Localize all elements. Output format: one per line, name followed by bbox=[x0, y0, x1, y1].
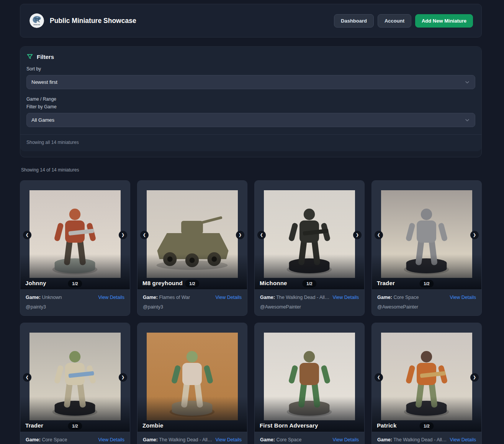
miniature-image-area: ❮ ❯ Johnny 1/2 bbox=[20, 181, 130, 289]
view-details-link[interactable]: View Details bbox=[98, 295, 124, 300]
view-details-link[interactable]: View Details bbox=[215, 295, 242, 300]
next-image-button[interactable]: ❯ bbox=[119, 231, 127, 239]
miniature-title: Trader bbox=[25, 422, 43, 429]
prev-image-button[interactable]: ❮ bbox=[257, 231, 266, 239]
game-value: Core Space bbox=[276, 437, 301, 442]
results-count: Showing 14 of 14 miniatures bbox=[21, 167, 482, 173]
filter-by-game-label: Filter by Game bbox=[26, 104, 475, 109]
miniature-image-area: ❮ ❯ First Born Adversary bbox=[255, 323, 364, 432]
logo-text: MINIATURE bbox=[33, 24, 40, 26]
painter-username: @AwesomePainter bbox=[377, 304, 476, 310]
filters-summary: Showing all 14 miniatures bbox=[26, 140, 475, 145]
miniature-title: Patrick bbox=[377, 422, 396, 429]
game-info: Game: The Walking Dead - All Out War bbox=[377, 437, 447, 442]
miniature-title: M8 greyhound bbox=[142, 280, 183, 286]
card-footer: Game: Core Space View Details @painty3 bbox=[20, 432, 130, 444]
sort-select-value: Newest first bbox=[31, 79, 57, 85]
image-page-badge: 1/2 bbox=[302, 280, 316, 287]
game-label: Game: bbox=[377, 295, 392, 300]
game-label: Game: bbox=[143, 295, 158, 300]
game-label: Game: bbox=[26, 437, 41, 442]
sort-by-label: Sort by bbox=[26, 66, 475, 72]
game-value: Core Space bbox=[42, 437, 67, 442]
game-value: Unknown bbox=[42, 295, 62, 300]
miniature-title: Zombie bbox=[142, 422, 164, 429]
card-footer: Game: The Walking Dead - All Out War Vie… bbox=[255, 289, 364, 315]
painter-username: @painty3 bbox=[26, 304, 124, 310]
miniature-title: First Born Adversary bbox=[260, 422, 318, 429]
prev-image-button[interactable]: ❮ bbox=[375, 373, 383, 382]
game-label: Game: bbox=[260, 295, 275, 300]
prev-image-button[interactable]: ❮ bbox=[140, 231, 149, 239]
game-info: Game: Core Space bbox=[26, 437, 67, 442]
sort-select[interactable]: Newest first bbox=[26, 75, 475, 89]
image-page-badge: 1/2 bbox=[185, 280, 199, 287]
card-footer: Game: The Walking Dead - All Out War Vie… bbox=[372, 432, 481, 444]
prev-image-button[interactable]: ❮ bbox=[23, 373, 31, 382]
page-title: Public Miniature Showcase bbox=[50, 17, 136, 25]
image-page-badge: 1/2 bbox=[68, 280, 82, 287]
next-image-button[interactable]: ❯ bbox=[353, 231, 362, 239]
miniature-card: ❮ ❯ Johnny 1/2 Game: Unknown View Detail… bbox=[20, 180, 130, 316]
card-footer: Game: Flames of War View Details @painty… bbox=[137, 289, 247, 315]
game-info: Game: Core Space bbox=[377, 295, 419, 300]
game-label: Game: bbox=[260, 437, 275, 442]
filters-title: Filters bbox=[37, 54, 54, 60]
filter-funnel-icon bbox=[26, 53, 33, 60]
filters-section: Filters Sort by Newest first Game / Rang… bbox=[20, 46, 482, 157]
card-footer: Game: Core Space View Details @AwesomePa… bbox=[372, 289, 481, 315]
filters-header: Filters bbox=[26, 53, 475, 60]
game-info: Game: Core Space bbox=[260, 437, 301, 442]
dashboard-button[interactable]: Dashboard bbox=[334, 14, 374, 28]
image-page-badge: 1/2 bbox=[419, 422, 434, 430]
view-details-link[interactable]: View Details bbox=[450, 295, 476, 300]
view-details-link[interactable]: View Details bbox=[450, 437, 476, 442]
game-label: Game: bbox=[377, 437, 392, 442]
miniature-image-area: ❮ ❯ Trader 1/2 bbox=[20, 323, 130, 432]
game-value: The Walking Dead - All Out War bbox=[159, 437, 212, 442]
chevron-down-icon bbox=[464, 117, 470, 123]
prev-image-button[interactable]: ❮ bbox=[23, 231, 31, 239]
miniature-title: Johnny bbox=[25, 280, 46, 286]
miniature-image-area: ❮ ❯ Trader 1/2 bbox=[372, 181, 481, 289]
card-footer: Game: Unknown View Details @painty3 bbox=[20, 289, 130, 315]
game-range-label: Game / Range bbox=[26, 96, 475, 102]
filters-card: Filters Sort by Newest first Game / Rang… bbox=[20, 47, 481, 151]
view-details-link[interactable]: View Details bbox=[98, 437, 124, 442]
next-image-button[interactable]: ❯ bbox=[470, 373, 479, 382]
miniature-image-area: ❮ ❯ Michonne 1/2 bbox=[255, 181, 364, 289]
view-details-link[interactable]: View Details bbox=[332, 437, 359, 442]
header-nav: Dashboard Account Add New Miniature bbox=[334, 14, 473, 28]
game-info: Game: The Walking Dead - All Out War bbox=[260, 295, 329, 300]
game-info: Game: Flames of War bbox=[143, 295, 190, 300]
card-footer: Game: Core Space View Details @AwesomePa… bbox=[255, 432, 364, 444]
prev-image-button[interactable]: ❮ bbox=[375, 231, 383, 239]
miniature-card: ❮ ❯ M8 greyhound 1/2 Game: Flames of War… bbox=[137, 180, 247, 316]
page-container: MINIATURE Public Miniature Showcase Dash… bbox=[20, 4, 482, 444]
miniature-image-area: ❮ ❯ Zombie bbox=[137, 323, 247, 432]
miniature-card: ❮ ❯ Patrick 1/2 Game: The Walking Dead -… bbox=[371, 323, 482, 444]
game-value: Flames of War bbox=[159, 295, 190, 300]
miniature-card: ❮ ❯ First Born Adversary Game: Core Spac… bbox=[254, 323, 365, 444]
painter-username: @painty3 bbox=[143, 304, 242, 310]
game-value: Core Space bbox=[393, 295, 419, 300]
add-new-miniature-button[interactable]: Add New Miniature bbox=[415, 14, 473, 28]
image-page-badge: 1/2 bbox=[419, 280, 434, 287]
game-select-value: All Games bbox=[31, 117, 54, 123]
game-select[interactable]: All Games bbox=[26, 113, 475, 127]
image-page-badge: 1/2 bbox=[68, 422, 82, 430]
account-button[interactable]: Account bbox=[378, 14, 411, 28]
miniature-title: Michonne bbox=[260, 280, 287, 286]
view-details-link[interactable]: View Details bbox=[215, 437, 242, 442]
brand: MINIATURE Public Miniature Showcase bbox=[29, 13, 136, 28]
miniature-card: ❮ ❯ Zombie Game: The Walking Dead - All … bbox=[137, 323, 247, 444]
view-details-link[interactable]: View Details bbox=[332, 295, 359, 300]
next-image-button[interactable]: ❯ bbox=[470, 231, 479, 239]
app-logo-icon: MINIATURE bbox=[29, 13, 44, 28]
filters-divider bbox=[20, 134, 481, 135]
game-info: Game: Unknown bbox=[26, 295, 62, 300]
miniature-title: Trader bbox=[377, 280, 395, 286]
game-value: The Walking Dead - All Out War bbox=[276, 295, 329, 300]
next-image-button[interactable]: ❯ bbox=[236, 231, 244, 239]
next-image-button[interactable]: ❯ bbox=[119, 373, 127, 382]
